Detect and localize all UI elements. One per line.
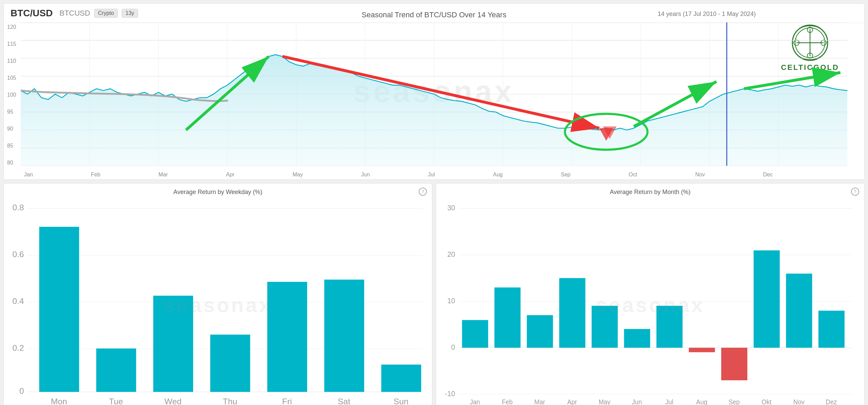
svg-rect-75 bbox=[494, 287, 520, 348]
seasonal-chart-svg bbox=[21, 22, 847, 166]
x-label-jul: Jul bbox=[428, 172, 435, 178]
y-axis: 120 115 110 105 100 95 90 85 80 bbox=[7, 24, 16, 166]
y-label-90: 90 bbox=[7, 126, 16, 132]
svg-text:20: 20 bbox=[447, 250, 455, 258]
svg-text:Dez: Dez bbox=[826, 398, 837, 405]
y-label-95: 95 bbox=[7, 109, 16, 115]
svg-text:Thu: Thu bbox=[223, 397, 237, 405]
svg-text:-10: -10 bbox=[445, 389, 455, 398]
chart-date-range: 14 years (17 Jul 2010 - 1 May 2024) bbox=[658, 11, 756, 18]
x-label-apr: Apr bbox=[226, 172, 235, 178]
y-label-115: 115 bbox=[7, 41, 16, 47]
svg-text:Feb: Feb bbox=[502, 398, 513, 405]
svg-rect-85 bbox=[656, 306, 683, 348]
svg-rect-89 bbox=[721, 348, 747, 380]
svg-rect-83 bbox=[624, 329, 650, 348]
x-axis: Jan Feb Mar Apr May Jun Jul Aug Sep Oct … bbox=[24, 172, 773, 178]
svg-rect-77 bbox=[527, 315, 553, 348]
x-label-mar: Mar bbox=[158, 172, 168, 178]
svg-text:Nov: Nov bbox=[793, 398, 805, 405]
x-label-aug: Aug bbox=[493, 172, 502, 178]
svg-rect-95 bbox=[818, 311, 845, 348]
svg-text:0.4: 0.4 bbox=[13, 296, 24, 306]
svg-text:10: 10 bbox=[447, 296, 455, 305]
y-label-100: 100 bbox=[7, 92, 16, 98]
y-label-120: 120 bbox=[7, 24, 16, 30]
y-label-110: 110 bbox=[7, 58, 16, 64]
svg-text:Sun: Sun bbox=[394, 397, 409, 405]
weekday-chart-title: Average Return by Weekday (%) bbox=[9, 189, 427, 196]
svg-text:0.8: 0.8 bbox=[13, 203, 24, 212]
y-label-85: 85 bbox=[7, 143, 16, 149]
x-label-oct: Oct bbox=[629, 172, 637, 178]
top-chart: BTC/USD BTCUSD Crypto 13y Seasonal Trend… bbox=[3, 3, 865, 180]
svg-text:Fri: Fri bbox=[282, 397, 292, 405]
svg-rect-79 bbox=[559, 278, 585, 348]
svg-text:30: 30 bbox=[447, 204, 455, 212]
svg-text:Jul: Jul bbox=[665, 398, 673, 405]
monthly-chart: Average Return by Month (%) ? seasonax 3… bbox=[436, 183, 865, 405]
svg-text:Sat: Sat bbox=[338, 397, 350, 405]
x-label-dec: Dec bbox=[763, 172, 772, 178]
svg-rect-49 bbox=[39, 227, 79, 392]
svg-rect-51 bbox=[96, 348, 136, 392]
svg-text:Aug: Aug bbox=[696, 398, 707, 405]
bottom-charts: Average Return by Weekday (%) ? seasonax… bbox=[3, 183, 865, 405]
svg-text:Mon: Mon bbox=[51, 397, 67, 405]
x-label-may: May bbox=[293, 172, 303, 178]
weekday-bar-svg: 0.8 0.6 0.4 0.2 0 Mon Tue bbox=[9, 199, 427, 405]
svg-rect-61 bbox=[381, 365, 421, 392]
svg-text:Wed: Wed bbox=[164, 397, 181, 405]
svg-rect-57 bbox=[267, 282, 307, 392]
svg-text:0: 0 bbox=[451, 343, 455, 351]
x-label-jun: Jun bbox=[361, 172, 370, 178]
svg-text:Jan: Jan bbox=[470, 398, 480, 405]
x-label-nov: Nov bbox=[695, 172, 705, 178]
chart-center-title: Seasonal Trend of BTC/USD Over 14 Years bbox=[362, 11, 507, 19]
badge-years[interactable]: 13y bbox=[122, 9, 138, 18]
y-label-105: 105 bbox=[7, 75, 16, 81]
svg-text:0.2: 0.2 bbox=[13, 343, 24, 352]
weekday-chart: Average Return by Weekday (%) ? seasonax… bbox=[3, 183, 432, 405]
svg-rect-55 bbox=[210, 335, 250, 392]
svg-text:Mar: Mar bbox=[534, 398, 545, 405]
monthly-chart-title: Average Return by Month (%) bbox=[441, 189, 859, 196]
svg-text:Sep: Sep bbox=[729, 398, 740, 405]
svg-text:Okt: Okt bbox=[762, 398, 771, 405]
svg-text:Jun: Jun bbox=[632, 398, 642, 405]
svg-rect-53 bbox=[153, 296, 193, 392]
weekday-help-icon[interactable]: ? bbox=[419, 188, 427, 196]
svg-text:Apr: Apr bbox=[567, 398, 577, 405]
svg-rect-93 bbox=[786, 274, 812, 348]
svg-text:0.6: 0.6 bbox=[13, 250, 24, 259]
svg-text:0: 0 bbox=[19, 386, 24, 396]
y-label-80: 80 bbox=[7, 160, 16, 166]
x-label-feb: Feb bbox=[91, 172, 100, 178]
svg-text:Tue: Tue bbox=[109, 397, 123, 405]
x-label-jan: Jan bbox=[24, 172, 33, 178]
svg-rect-73 bbox=[462, 320, 488, 348]
main-container: BTC/USD BTCUSD Crypto 13y Seasonal Trend… bbox=[0, 0, 868, 405]
badge-crypto[interactable]: Crypto bbox=[94, 9, 118, 18]
chart-symbol: BTC/USD bbox=[11, 8, 53, 19]
x-label-sep: Sep bbox=[561, 172, 570, 178]
monthly-help-icon[interactable]: ? bbox=[851, 188, 859, 196]
monthly-bar-svg: 30 20 10 0 -10 Jan Feb bbox=[441, 199, 859, 405]
chart-ticker: BTCUSD bbox=[59, 9, 90, 18]
svg-rect-81 bbox=[592, 306, 618, 348]
svg-rect-91 bbox=[754, 250, 780, 348]
svg-rect-87 bbox=[689, 348, 715, 352]
svg-rect-59 bbox=[324, 279, 364, 392]
svg-text:May: May bbox=[598, 398, 610, 405]
